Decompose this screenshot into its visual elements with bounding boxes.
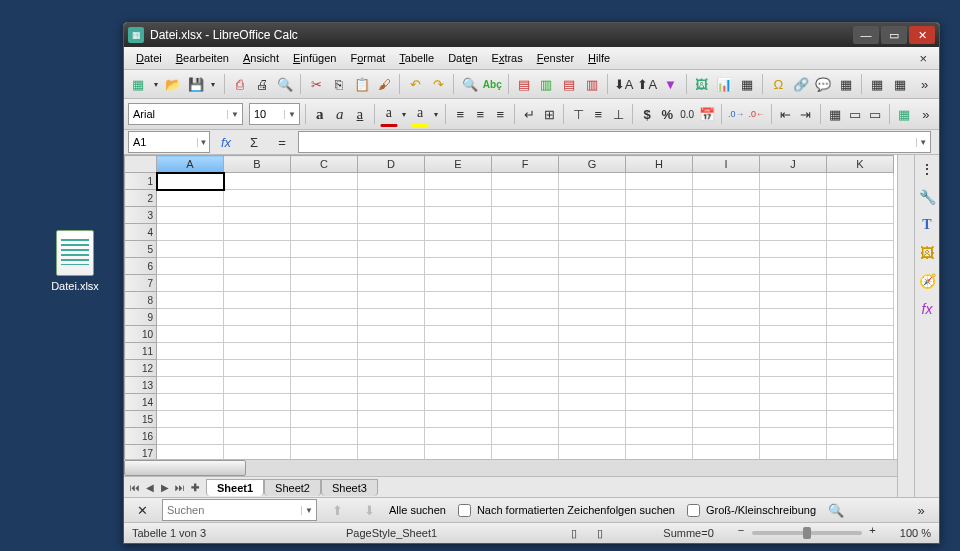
cell-A10[interactable] — [157, 326, 224, 343]
menu-einfuegen[interactable]: Einfügen — [287, 50, 342, 66]
insert-image-button[interactable]: 🖼 — [691, 72, 712, 96]
copy-button[interactable]: ⎘ — [329, 72, 350, 96]
cell-B8[interactable] — [224, 292, 291, 309]
cell-C13[interactable] — [291, 377, 358, 394]
cell-G9[interactable] — [559, 309, 626, 326]
cell-B1[interactable] — [224, 173, 291, 190]
paste-button[interactable]: 📋 — [351, 72, 372, 96]
cell-F10[interactable] — [492, 326, 559, 343]
cell-J12[interactable] — [760, 360, 827, 377]
cell-E8[interactable] — [425, 292, 492, 309]
cell-H1[interactable] — [626, 173, 693, 190]
cell-C9[interactable] — [291, 309, 358, 326]
select-all-corner[interactable] — [125, 156, 157, 173]
cell-E2[interactable] — [425, 190, 492, 207]
cell-H16[interactable] — [626, 428, 693, 445]
cell-B13[interactable] — [224, 377, 291, 394]
tab-prev-button[interactable]: ◀ — [143, 482, 157, 493]
cell-A16[interactable] — [157, 428, 224, 445]
cell-G6[interactable] — [559, 258, 626, 275]
cell-F3[interactable] — [492, 207, 559, 224]
cell-C3[interactable] — [291, 207, 358, 224]
cell-B15[interactable] — [224, 411, 291, 428]
cell-J8[interactable] — [760, 292, 827, 309]
cell-A17[interactable] — [157, 445, 224, 460]
cell-G5[interactable] — [559, 241, 626, 258]
cell-K3[interactable] — [827, 207, 894, 224]
cell-D1[interactable] — [358, 173, 425, 190]
cell-E7[interactable] — [425, 275, 492, 292]
cell-I5[interactable] — [693, 241, 760, 258]
menu-hilfe[interactable]: Hilfe — [582, 50, 616, 66]
autofilter-button[interactable]: ▼ — [660, 72, 681, 96]
cell-C15[interactable] — [291, 411, 358, 428]
find-options-button[interactable]: 🔍 — [824, 498, 848, 522]
cell-A9[interactable] — [157, 309, 224, 326]
column-header-I[interactable]: I — [693, 156, 760, 173]
new-button[interactable]: ▦ — [128, 72, 149, 96]
cell-A7[interactable] — [157, 275, 224, 292]
cell-A15[interactable] — [157, 411, 224, 428]
cell-D15[interactable] — [358, 411, 425, 428]
cell-C4[interactable] — [291, 224, 358, 241]
cell-D9[interactable] — [358, 309, 425, 326]
cell-I4[interactable] — [693, 224, 760, 241]
cell-E3[interactable] — [425, 207, 492, 224]
sidebar-properties-icon[interactable]: 🔧 — [918, 189, 936, 207]
desktop-file-icon[interactable]: Datei.xlsx — [45, 230, 105, 292]
cell-G11[interactable] — [559, 343, 626, 360]
cell-B3[interactable] — [224, 207, 291, 224]
dropdown-icon[interactable]: ▼ — [916, 138, 931, 147]
function-wizard-button[interactable]: fx — [214, 130, 238, 154]
dropdown-icon[interactable]: ▼ — [301, 506, 316, 515]
insert-col-button[interactable]: ▥ — [536, 72, 557, 96]
row-header-6[interactable]: 6 — [125, 258, 157, 275]
menu-format[interactable]: Format — [344, 50, 391, 66]
cell-F5[interactable] — [492, 241, 559, 258]
cell-E1[interactable] — [425, 173, 492, 190]
column-header-C[interactable]: C — [291, 156, 358, 173]
delete-col-button[interactable]: ▥ — [581, 72, 602, 96]
headers-footers-button[interactable]: ▦ — [836, 72, 857, 96]
cell-G4[interactable] — [559, 224, 626, 241]
clone-format-button[interactable]: 🖌 — [374, 72, 395, 96]
cell-C10[interactable] — [291, 326, 358, 343]
sidebar-navigator-icon[interactable]: 🧭 — [918, 273, 936, 291]
new-dropdown[interactable]: ▾ — [151, 72, 161, 96]
cell-D3[interactable] — [358, 207, 425, 224]
column-header-B[interactable]: B — [224, 156, 291, 173]
cell-G10[interactable] — [559, 326, 626, 343]
cell-K1[interactable] — [827, 173, 894, 190]
cell-C8[interactable] — [291, 292, 358, 309]
align-center-button[interactable]: ≡ — [471, 102, 489, 126]
cell-B12[interactable] — [224, 360, 291, 377]
sidebar-functions-icon[interactable]: fx — [918, 301, 936, 319]
cell-K6[interactable] — [827, 258, 894, 275]
cell-B2[interactable] — [224, 190, 291, 207]
cell-F12[interactable] — [492, 360, 559, 377]
tab-last-button[interactable]: ⏭ — [173, 482, 187, 493]
hyperlink-button[interactable]: 🔗 — [791, 72, 812, 96]
save-dropdown[interactable]: ▾ — [208, 72, 218, 96]
find-close-button[interactable]: ✕ — [130, 498, 154, 522]
cell-E17[interactable] — [425, 445, 492, 460]
cell-J3[interactable] — [760, 207, 827, 224]
cell-G16[interactable] — [559, 428, 626, 445]
cell-K9[interactable] — [827, 309, 894, 326]
cell-K11[interactable] — [827, 343, 894, 360]
cell-H15[interactable] — [626, 411, 693, 428]
cell-F7[interactable] — [492, 275, 559, 292]
row-header-15[interactable]: 15 — [125, 411, 157, 428]
cell-C6[interactable] — [291, 258, 358, 275]
cell-D16[interactable] — [358, 428, 425, 445]
cell-A12[interactable] — [157, 360, 224, 377]
insert-row-button[interactable]: ▤ — [514, 72, 535, 96]
merge-cells-button[interactable]: ⊞ — [540, 102, 558, 126]
cell-C16[interactable] — [291, 428, 358, 445]
status-zoom[interactable]: 100 % — [900, 527, 931, 539]
row-header-12[interactable]: 12 — [125, 360, 157, 377]
cell-F11[interactable] — [492, 343, 559, 360]
borders-button[interactable]: ▦ — [826, 102, 844, 126]
cell-E12[interactable] — [425, 360, 492, 377]
undo-button[interactable]: ↶ — [405, 72, 426, 96]
